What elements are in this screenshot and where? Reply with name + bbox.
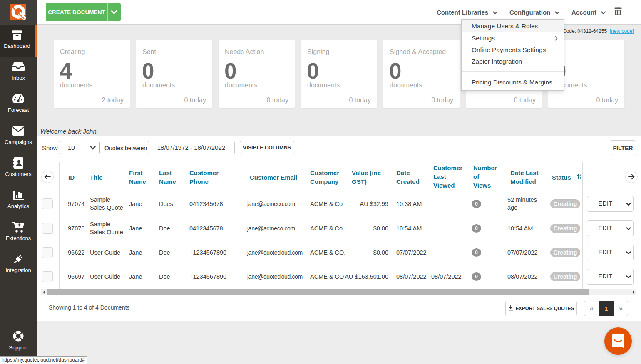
svg-text:Z: Z [580, 177, 581, 180]
